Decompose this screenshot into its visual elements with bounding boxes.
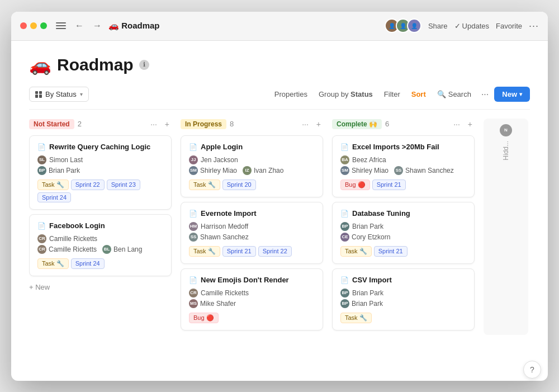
card-persons-row: BPBrian Park <box>37 166 163 175</box>
avatar: SS <box>189 233 198 242</box>
column-more-button[interactable]: ··· <box>451 119 462 130</box>
card-tag: Task 🔧 <box>340 246 372 257</box>
card[interactable]: 📄New Emojis Don't RenderCRCamille Ricket… <box>181 268 323 330</box>
toolbar: By Status ▾ Properties Group by Status F… <box>29 87 530 110</box>
card[interactable]: 📄Facebook LoginCRCamille RickettsCRCamil… <box>29 214 172 276</box>
share-button[interactable]: Share <box>428 22 448 30</box>
document-icon: 📄 <box>189 276 197 284</box>
properties-button[interactable]: Properties <box>270 87 312 101</box>
document-icon: 📄 <box>37 143 46 151</box>
column-count: 6 <box>385 120 389 128</box>
avatar: SM <box>189 166 198 175</box>
traffic-lights <box>20 22 47 29</box>
card[interactable]: 📄Rewrite Query Caching LogicSLSimon Last… <box>29 135 172 210</box>
forward-button[interactable]: → <box>91 18 104 33</box>
page-emoji: 🚗 <box>29 54 51 75</box>
card-tags: Task 🔧Sprint 22Sprint 23Sprint 24 <box>37 180 163 202</box>
card-person: HMHarrison Medoff <box>189 222 315 231</box>
sort-button[interactable]: Sort <box>407 87 430 101</box>
card-tag: Task 🔧 <box>37 258 69 269</box>
document-icon: 📄 <box>189 143 197 151</box>
toolbar-more-button[interactable]: ··· <box>478 87 492 102</box>
avatar: BP <box>340 222 349 231</box>
card[interactable]: 📄CSV ImportBPBrian ParkBPBrian ParkTask … <box>332 268 475 330</box>
card-tag: Bug 🔴 <box>189 313 219 323</box>
sprint-tag: Sprint 22 <box>258 246 292 257</box>
back-button[interactable]: ← <box>73 18 86 33</box>
card[interactable]: 📄Apple LoginJJJen JacksonSMShirley MiaoI… <box>181 135 323 197</box>
column-header: Complete 🙌6···+ <box>332 119 475 130</box>
avatar: BP <box>340 299 349 308</box>
document-icon: 📄 <box>340 276 349 284</box>
card-tags: Task 🔧Sprint 24 <box>37 258 163 269</box>
avatar: CE <box>340 233 349 242</box>
close-button[interactable] <box>20 22 27 29</box>
sprint-tag: Sprint 21 <box>222 246 256 257</box>
minimize-button[interactable] <box>30 22 37 29</box>
column-header: In Progress8···+ <box>181 119 323 130</box>
column-add-button[interactable]: + <box>163 119 172 130</box>
card[interactable]: 📄Database TuningBPBrian ParkCECory Etzko… <box>332 202 475 264</box>
card-tag: Bug 🔴 <box>340 180 370 190</box>
card-tag: Task 🔧 <box>189 180 220 190</box>
filter-button[interactable]: Filter <box>380 87 405 101</box>
sprint-tag: Sprint 24 <box>37 192 71 202</box>
info-icon[interactable]: ℹ <box>139 60 149 70</box>
favorite-button[interactable]: Favorite <box>496 22 522 30</box>
avatar: BL <box>102 245 111 254</box>
search-icon: 🔍 <box>437 90 446 98</box>
card-title: 📄Evernote Import <box>189 209 315 218</box>
avatar: BA <box>340 155 349 164</box>
column-add-button[interactable]: + <box>314 119 323 130</box>
maximize-button[interactable] <box>40 22 47 29</box>
status-badge: Not Started <box>29 119 74 129</box>
page-title: Roadmap <box>57 55 134 74</box>
help-button[interactable]: ? <box>523 361 541 379</box>
hidden-column: N Hidd... <box>484 119 528 335</box>
card-persons-row: SMShirley MiaoSSShawn Sanchez <box>340 166 466 175</box>
card-tags: Task 🔧Sprint 21 <box>340 246 466 257</box>
add-new-button[interactable]: + New <box>29 281 172 294</box>
document-icon: 📄 <box>189 210 197 218</box>
column-add-button[interactable]: + <box>466 119 475 130</box>
card[interactable]: 📄Evernote ImportHMHarrison MedoffSSShawn… <box>181 202 323 264</box>
new-item-button[interactable]: New ▾ <box>494 87 530 102</box>
sprint-tag: Sprint 20 <box>222 180 256 190</box>
column-more-button[interactable]: ··· <box>148 119 159 130</box>
avatar: SL <box>37 155 46 164</box>
card-person: JJJen Jackson <box>189 155 315 164</box>
document-icon: 📄 <box>37 222 46 230</box>
main-content: 🚗 Roadmap ℹ By Status ▾ Properties Group… <box>11 41 548 381</box>
column-not-started: Not Started2···+📄Rewrite Query Caching L… <box>29 119 172 335</box>
card-person: CRCamille Ricketts <box>37 234 163 243</box>
card-title: 📄New Emojis Don't Render <box>189 276 315 284</box>
check-icon: ✓ <box>454 22 461 30</box>
card-persons-row: SSShawn Sanchez <box>189 233 315 242</box>
card[interactable]: 📄Excel Imports >20Mb FailBABeez AfricaSM… <box>332 135 475 197</box>
more-options-button[interactable]: ··· <box>529 20 539 32</box>
avatar: HM <box>189 222 198 231</box>
group-by-button[interactable]: Group by Status <box>314 87 377 101</box>
avatar: IZ <box>243 166 252 175</box>
page-header: 🚗 Roadmap ℹ <box>29 54 530 75</box>
search-button[interactable]: 🔍 Search <box>433 87 476 101</box>
card-title: 📄Database Tuning <box>340 209 466 218</box>
avatar: CR <box>37 234 46 243</box>
page-title-bar: 🚗 Roadmap <box>108 21 380 31</box>
card-title: 📄Excel Imports >20Mb Fail <box>340 143 466 151</box>
chevron-down-icon: ▾ <box>80 91 83 97</box>
kanban-board: Not Started2···+📄Rewrite Query Caching L… <box>29 119 530 339</box>
card-persons-row: BPBrian Park <box>340 299 466 308</box>
avatar: JJ <box>189 155 198 164</box>
view-selector[interactable]: By Status ▾ <box>29 87 89 102</box>
updates-button[interactable]: ✓ Updates <box>454 22 489 30</box>
avatar: 👤 <box>407 18 421 33</box>
card-tag: Task 🔧 <box>340 313 372 323</box>
chevron-down-icon: ▾ <box>519 91 522 97</box>
column-count: 8 <box>230 120 234 128</box>
card-tags: Task 🔧 <box>340 313 466 323</box>
menu-icon[interactable] <box>56 21 66 31</box>
card-tags: Bug 🔴Sprint 21 <box>340 180 466 190</box>
card-tags: Task 🔧Sprint 21Sprint 22 <box>189 246 315 257</box>
column-more-button[interactable]: ··· <box>300 119 311 130</box>
